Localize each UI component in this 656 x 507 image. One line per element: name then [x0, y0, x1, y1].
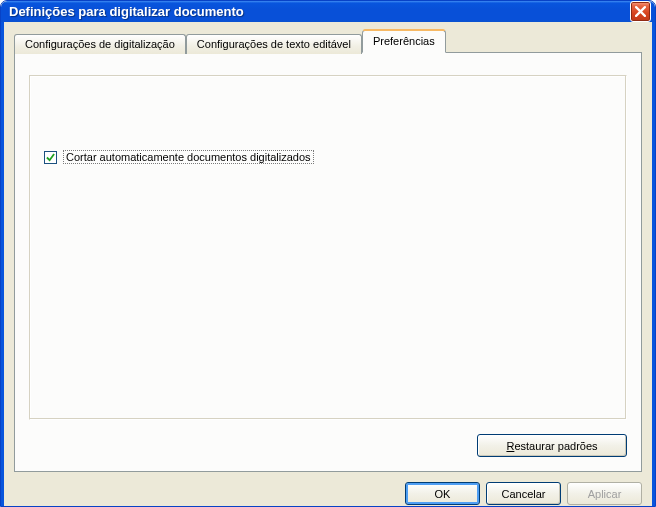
- window-title: Definições para digitalizar documento: [9, 4, 630, 19]
- auto-crop-row: Cortar automaticamente documentos digita…: [44, 150, 616, 164]
- tab-preferences[interactable]: Preferências: [362, 30, 446, 53]
- tab-editable-text-config[interactable]: Configurações de texto editável: [186, 34, 362, 54]
- client-area: Configurações de digitalização Configura…: [1, 22, 655, 507]
- title-bar: Definições para digitalizar documento: [1, 1, 655, 22]
- checkmark-icon: [46, 153, 55, 162]
- restore-accel: R: [506, 440, 514, 452]
- apply-button[interactable]: Aplicar: [567, 482, 642, 505]
- preferences-group: Cortar automaticamente documentos digita…: [29, 75, 627, 420]
- auto-crop-checkbox[interactable]: [44, 151, 57, 164]
- cancel-button[interactable]: Cancelar: [486, 482, 561, 505]
- auto-crop-label[interactable]: Cortar automaticamente documentos digita…: [63, 150, 314, 164]
- tab-strip: Configurações de digitalização Configura…: [14, 30, 642, 53]
- tab-scan-config[interactable]: Configurações de digitalização: [14, 34, 186, 54]
- ok-button[interactable]: OK: [405, 482, 480, 505]
- tab-label: Configurações de digitalização: [25, 38, 175, 50]
- restore-defaults-button[interactable]: Restaurar padrões: [477, 434, 627, 457]
- restore-row: Restaurar padrões: [29, 434, 627, 457]
- tab-label: Preferências: [373, 35, 435, 47]
- close-button[interactable]: [630, 1, 651, 22]
- tab-label: Configurações de texto editável: [197, 38, 351, 50]
- restore-rest: estaurar padrões: [514, 440, 597, 452]
- dialog-footer: OK Cancelar Aplicar: [14, 472, 642, 505]
- dialog-window: Definições para digitalizar documento Co…: [0, 0, 656, 507]
- tab-page-preferences: Cortar automaticamente documentos digita…: [14, 52, 642, 472]
- close-icon: [635, 6, 646, 17]
